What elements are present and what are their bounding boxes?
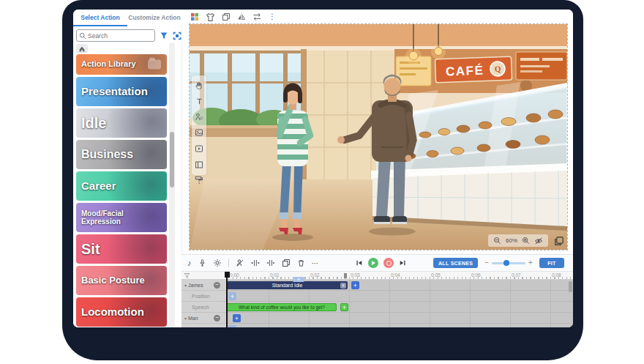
- more-options-icon[interactable]: ⋮: [269, 13, 276, 21]
- play-button[interactable]: [368, 258, 378, 268]
- viewport-toolbar: ⋮: [181, 10, 573, 24]
- audio-note-icon[interactable]: ♪: [187, 259, 192, 267]
- microphone-icon[interactable]: [198, 259, 206, 267]
- add-position-key-button[interactable]: +: [228, 325, 236, 327]
- delete-icon[interactable]: [297, 259, 305, 267]
- effect-icon[interactable]: [213, 259, 222, 267]
- category-sit[interactable]: Sit: [76, 234, 167, 264]
- zoom-level: 60%: [506, 237, 517, 244]
- category-action-library[interactable]: Action Library: [76, 54, 167, 75]
- panel-scrollbar[interactable]: [169, 42, 175, 327]
- category-business[interactable]: Business: [76, 140, 167, 169]
- outfit-icon[interactable]: [206, 12, 215, 22]
- search-input[interactable]: [76, 29, 155, 42]
- record-icon: [386, 261, 392, 266]
- track-position-name[interactable]: Position: [181, 291, 227, 302]
- expand-selection-icon[interactable]: [173, 31, 181, 40]
- scene-tools: [192, 75, 206, 175]
- add-transition-tab[interactable]: +: [293, 277, 304, 282]
- viewport-zoom-controls: 60%: [488, 234, 548, 247]
- material-color-icon[interactable]: [190, 12, 199, 21]
- category-locomotion[interactable]: Locomotion: [76, 297, 167, 327]
- zoom-out-icon[interactable]: [493, 237, 501, 245]
- add-position-key-button[interactable]: +: [228, 292, 236, 300]
- track-position-name[interactable]: Position: [181, 324, 227, 327]
- tab-customize-action[interactable]: Customize Action: [127, 10, 181, 26]
- clip-standard-idle[interactable]: Standard Idle ×: [227, 281, 348, 289]
- add-clip-button[interactable]: +: [351, 281, 359, 289]
- search-field[interactable]: [86, 31, 152, 40]
- add-clip-button[interactable]: +: [233, 314, 241, 322]
- video-tool-icon[interactable]: [195, 144, 203, 153]
- timeline-more-icon[interactable]: ⋯: [312, 259, 319, 267]
- scene-viewport[interactable]: CAFÉ Q: [190, 24, 567, 250]
- skip-start-icon[interactable]: [356, 259, 363, 267]
- track-filter-icon[interactable]: [184, 272, 190, 279]
- track-speech-name[interactable]: Speech: [181, 302, 227, 313]
- panel-divider: [181, 10, 182, 254]
- pan-hand-icon[interactable]: [195, 81, 203, 90]
- duplicate-icon[interactable]: [222, 12, 231, 21]
- category-presentation[interactable]: Presentation: [76, 77, 167, 106]
- split-panel-icon[interactable]: [195, 160, 203, 169]
- timeline-ruler[interactable]: 0:00 0:01 0:02 0:03 0:04 0:05 0:06 0:07 …: [181, 272, 573, 280]
- hide-character-icon[interactable]: [236, 259, 244, 267]
- track-james-name[interactable]: ▾ James −: [181, 280, 227, 291]
- add-speech-button[interactable]: +: [340, 303, 348, 311]
- remove-track-icon[interactable]: −: [214, 315, 220, 322]
- fit-button[interactable]: FIT: [539, 258, 564, 268]
- app-window: Select Action Customize Action: [73, 10, 573, 327]
- track-position-lane[interactable]: +: [227, 291, 573, 302]
- slider-minus[interactable]: −: [484, 259, 489, 267]
- expand-clip-icon[interactable]: [251, 259, 260, 267]
- tab-select-action[interactable]: Select Action: [73, 10, 127, 26]
- track-man-lane[interactable]: +: [227, 313, 573, 324]
- track-james-speech: Speech What kind of coffee would you lik…: [181, 302, 573, 313]
- paint-roller-icon[interactable]: [194, 175, 203, 185]
- clip-speech[interactable]: What kind of coffee would you like to ge…: [227, 303, 337, 311]
- chevron-down-icon[interactable]: ▾: [184, 283, 187, 288]
- timeline-scrollbar-thumb[interactable]: [569, 281, 572, 292]
- action-category-list: Action Library Presentation Idle Busines…: [76, 54, 167, 327]
- track-man-name[interactable]: ▾ Man −: [181, 313, 227, 324]
- home-button[interactable]: [76, 44, 88, 53]
- remove-track-icon[interactable]: −: [214, 282, 220, 289]
- track-james-position: Position +: [181, 291, 573, 302]
- panel-scrollbar-thumb[interactable]: [170, 132, 174, 187]
- fullscreen-icon[interactable]: [554, 236, 564, 246]
- all-scenes-button[interactable]: ALL SCENES: [433, 258, 478, 268]
- skip-end-icon[interactable]: [399, 259, 406, 267]
- panel-tabs: Select Action Customize Action: [73, 10, 181, 26]
- category-idle[interactable]: Idle: [76, 108, 167, 138]
- playhead-line[interactable]: [226, 272, 228, 327]
- record-button[interactable]: [383, 258, 394, 268]
- hide-camera-icon[interactable]: [534, 237, 543, 245]
- track-position-lane[interactable]: +: [227, 324, 573, 327]
- slider-plus[interactable]: +: [528, 259, 533, 267]
- actor-tool-icon[interactable]: [195, 113, 203, 122]
- timeline-tracks: ▾ James − Standard Idle × +: [181, 280, 573, 327]
- filter-icon[interactable]: [160, 31, 168, 40]
- zoom-in-icon[interactable]: [522, 237, 530, 245]
- slider-track[interactable]: [492, 262, 525, 264]
- copy-clip-icon[interactable]: [282, 259, 291, 267]
- text-tool-icon[interactable]: [195, 97, 203, 105]
- shrink-clip-icon[interactable]: [266, 259, 275, 267]
- swap-icon[interactable]: [252, 12, 262, 21]
- category-mood-facial-expression[interactable]: Mood/Facial Expression: [76, 203, 167, 232]
- range-end-marker[interactable]: [344, 273, 347, 278]
- cafe-scene: CAFÉ Q: [190, 24, 567, 250]
- clip-close-icon[interactable]: ×: [340, 283, 346, 289]
- timeline-toolbar: ♪: [181, 254, 573, 272]
- mirror-flip-icon[interactable]: [237, 12, 246, 21]
- slider-knob[interactable]: [503, 260, 509, 266]
- chevron-down-icon[interactable]: ▾: [184, 316, 187, 321]
- category-basic-posture[interactable]: Basic Posture: [76, 266, 167, 295]
- category-career[interactable]: Career: [76, 171, 167, 201]
- cafe-logo-text: Q: [495, 64, 501, 73]
- image-tool-icon[interactable]: [195, 128, 203, 137]
- track-james-lane[interactable]: Standard Idle × +: [227, 280, 573, 291]
- track-speech-lane[interactable]: What kind of coffee would you like to ge…: [227, 302, 573, 313]
- page: Select Action Customize Action: [0, 0, 644, 364]
- laptop-frame: Select Action Customize Action: [62, 0, 583, 360]
